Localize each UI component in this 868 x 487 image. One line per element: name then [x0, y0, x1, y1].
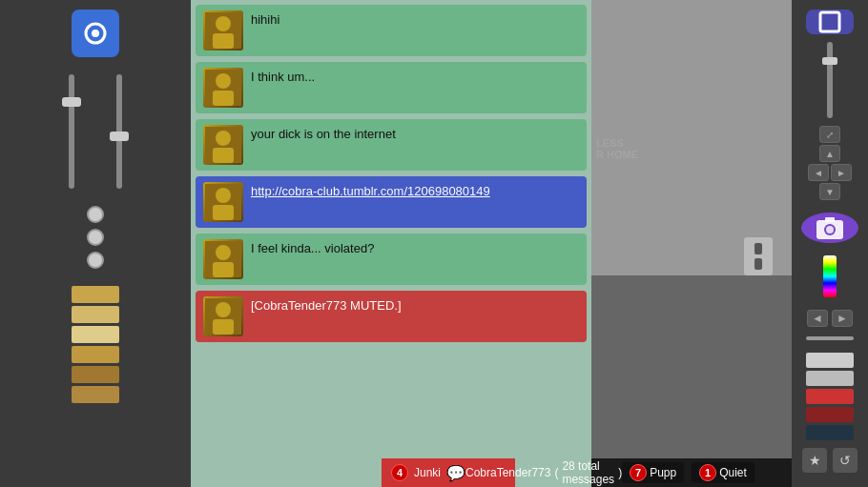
main-chat: hihihi I think um... your dick is on the… — [191, 0, 591, 487]
message-text-5: I feel kinda... violated? — [251, 239, 579, 255]
wall-text: LESS R HOME — [596, 137, 638, 160]
svg-rect-7 — [213, 91, 234, 106]
svg-point-15 — [216, 245, 231, 260]
arrow-row-1: ⤢ — [819, 126, 840, 143]
message-4: http://cobra-club.tumblr.com/12069808014… — [196, 176, 587, 228]
nav-arrows: ◄ ► — [807, 310, 853, 327]
swatch-3[interactable] — [72, 326, 119, 343]
message-text-4[interactable]: http://cobra-club.tumblr.com/12069808014… — [251, 182, 579, 198]
right-swatch-2[interactable] — [806, 371, 854, 386]
nav-left-arrow[interactable]: ◄ — [807, 310, 828, 327]
arrow-row-4: ▼ — [819, 183, 840, 200]
swatch-2[interactable] — [72, 306, 119, 323]
svg-point-12 — [216, 188, 231, 203]
room-bg: LESS R HOME — [591, 0, 792, 458]
svg-rect-16 — [213, 262, 234, 277]
svg-rect-10 — [213, 148, 234, 163]
color-spectrum-bar[interactable] — [823, 255, 837, 297]
right-swatch-1[interactable] — [806, 353, 854, 368]
svg-rect-19 — [213, 319, 234, 335]
electrical-outlet — [744, 237, 773, 275]
color-swatches — [72, 286, 119, 403]
nav-right-arrow[interactable]: ► — [832, 310, 853, 327]
tab-junki[interactable]: Junki — [414, 466, 441, 479]
ring-icon-button[interactable] — [72, 10, 119, 57]
swatch-6[interactable] — [72, 386, 119, 403]
message-text-2: I think um... — [251, 68, 579, 84]
avatar-inner-6 — [203, 296, 243, 336]
avatar-inner-3 — [203, 125, 243, 165]
slider-thumb-2[interactable] — [110, 132, 129, 141]
svg-point-6 — [216, 73, 231, 89]
tab-pupp-label: Pupp — [650, 466, 676, 479]
slider-track-2 — [116, 74, 122, 189]
avatar-4 — [203, 182, 243, 222]
svg-point-9 — [216, 131, 231, 146]
right-swatch-3[interactable] — [806, 389, 854, 404]
svg-rect-13 — [213, 205, 234, 220]
room-floor — [591, 275, 792, 458]
avatar-inner-2 — [203, 68, 243, 108]
badge-right: 7 — [630, 464, 647, 481]
chat-messages: hihihi I think um... your dick is on the… — [191, 0, 591, 487]
tab-quiet[interactable]: 1 Quiet — [692, 462, 754, 483]
swatch-5[interactable] — [72, 366, 119, 383]
progress-bar — [806, 336, 854, 340]
square-icon-button[interactable] — [806, 10, 854, 34]
svg-point-1 — [92, 30, 99, 37]
camera-button[interactable] — [801, 213, 858, 243]
expand-icon[interactable]: ⤢ — [819, 126, 840, 143]
svg-rect-4 — [213, 33, 234, 49]
message-text-3: your dick is on the internet — [251, 125, 579, 141]
message-text-1: hihihi — [251, 10, 579, 27]
right-slider-track — [827, 42, 833, 118]
message-count: 28 total messages — [562, 459, 614, 486]
center-info: CobraTender773 ( 28 total messages ) — [465, 459, 622, 486]
arrow-up-btn[interactable]: ▲ — [819, 145, 840, 162]
arrow-right-btn[interactable]: ► — [831, 164, 852, 181]
avatar-6 — [203, 296, 243, 336]
slider-thumb-1[interactable] — [62, 97, 81, 107]
right-slider-thumb[interactable] — [822, 57, 837, 65]
slider-right[interactable] — [100, 74, 138, 189]
star-icon-button[interactable]: ★ — [802, 448, 827, 473]
knob-1[interactable] — [87, 206, 104, 223]
right-slider[interactable] — [827, 42, 833, 118]
chat-bottom-bar: 4 Junki 💬 CobraTender773 ( 28 total mess… — [382, 458, 515, 487]
tab-quiet-label: Quiet — [719, 466, 747, 479]
avatar-3 — [203, 125, 243, 165]
message-2: I think um... — [196, 62, 587, 113]
svg-rect-20 — [820, 12, 839, 31]
arrow-buttons: ⤢ ▲ ◄ ► ▼ — [808, 126, 852, 200]
tab-pupp[interactable]: 7 Pupp — [622, 462, 684, 483]
arrow-down-btn[interactable]: ▼ — [819, 183, 840, 200]
svg-point-23 — [826, 226, 834, 233]
avatar-inner-5 — [203, 239, 243, 279]
svg-point-18 — [216, 302, 231, 317]
right-swatch-5[interactable] — [806, 425, 854, 440]
avatar-inner-1 — [203, 10, 243, 51]
refresh-icon-button[interactable]: ↺ — [833, 448, 858, 473]
knob-2[interactable] — [87, 229, 104, 246]
outlet-hole-2 — [754, 258, 762, 270]
chat-icon: 💬 — [446, 464, 465, 482]
message-count-label: ( — [554, 466, 558, 479]
swatch-1[interactable] — [72, 286, 119, 303]
dual-sliders — [52, 70, 138, 189]
arrow-row-3: ◄ ► — [808, 164, 852, 181]
arrow-left-btn[interactable]: ◄ — [808, 164, 829, 181]
svg-point-3 — [216, 16, 231, 31]
bottom-left: 4 Junki 💬 — [391, 464, 465, 482]
slider-track-1 — [69, 74, 74, 189]
knob-3[interactable] — [87, 252, 104, 269]
right-panel: ⤢ ▲ ◄ ► ▼ ◄ ► ★ ↺ — [792, 0, 868, 487]
slider-left[interactable] — [52, 74, 91, 189]
badge-far: 1 — [699, 464, 716, 481]
swatch-4[interactable] — [72, 346, 119, 363]
wall-text-line2: R HOME — [596, 149, 638, 160]
avatar-5 — [203, 239, 243, 279]
avatar-2 — [203, 68, 243, 108]
user-name-label: CobraTender773 — [465, 466, 550, 479]
message-1: hihihi — [196, 5, 587, 56]
right-swatch-4[interactable] — [806, 407, 854, 422]
